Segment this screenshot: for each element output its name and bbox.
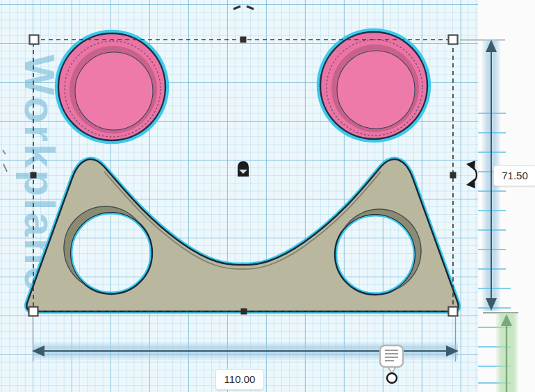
ring-left-inner [75, 52, 153, 130]
height-dimension-value[interactable]: 71.50 [493, 165, 535, 186]
scale-bar-vertical [483, 313, 518, 392]
comment-marker[interactable] [380, 345, 403, 383]
cone-handle-icon[interactable] [238, 161, 249, 177]
bracket-hole-wall-right [337, 209, 422, 293]
note-bubble-icon[interactable] [380, 345, 403, 367]
bracket-hole-wall-left [63, 206, 148, 291]
edge-handle-top[interactable] [240, 37, 247, 43]
scale-handle-top-right[interactable] [449, 35, 458, 44]
rotate-handle-top-icon[interactable] [233, 6, 254, 9]
scale-handle-top-left[interactable] [30, 35, 39, 44]
design-viewport: Workplane [0, 0, 535, 392]
edge-handle-bottom[interactable] [241, 309, 247, 315]
object-bracket[interactable] [26, 159, 458, 311]
comment-anchor-point[interactable] [387, 373, 397, 383]
ring-right-inner [337, 51, 415, 129]
scale-handle-bottom-right[interactable] [449, 307, 458, 316]
edge-handle-right[interactable] [450, 172, 456, 179]
object-ring-right[interactable] [319, 31, 429, 140]
width-dimension-value[interactable]: 110.00 [215, 369, 264, 390]
scene-overlay [0, 0, 535, 392]
object-ring-left[interactable] [57, 32, 167, 142]
edge-handle-left[interactable] [31, 172, 37, 179]
rotate-handle-right-icon[interactable] [466, 161, 477, 188]
edge-artifact-marks [3, 150, 7, 172]
scale-handle-bottom-left[interactable] [29, 307, 38, 316]
